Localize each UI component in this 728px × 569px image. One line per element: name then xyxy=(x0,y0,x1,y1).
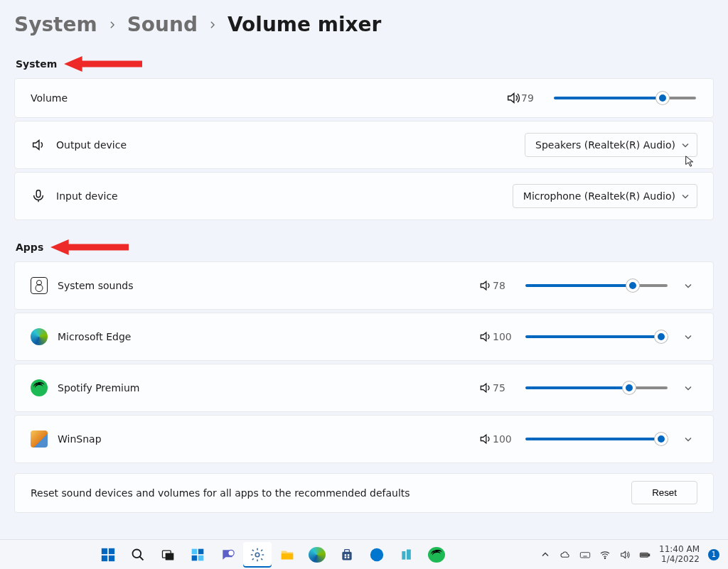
app-name-label: WinSnap xyxy=(58,433,102,445)
system-volume-slider[interactable] xyxy=(554,97,696,99)
tray-overflow-button[interactable] xyxy=(540,549,551,560)
svg-marker-2 xyxy=(50,239,129,255)
breadcrumb: System Sound Volume mixer xyxy=(14,13,714,37)
output-device-row: Output device Speakers (Realtek(R) Audio… xyxy=(14,121,714,169)
app-volume-row: WinSnap100 xyxy=(14,415,714,463)
svg-marker-0 xyxy=(64,56,142,72)
taskbar: 11:40 AM 1/4/2022 1 xyxy=(0,539,728,569)
store-button[interactable] xyxy=(333,542,361,568)
input-device-row: Input device Microphone (Realtek(R) Audi… xyxy=(14,172,714,220)
app-volume-value: 100 xyxy=(493,331,517,342)
section-heading-system: System xyxy=(16,58,57,70)
search-button[interactable] xyxy=(124,542,152,568)
app-volume-row: Microsoft Edge100 xyxy=(14,313,714,361)
start-button[interactable] xyxy=(94,542,122,568)
speaker-icon[interactable] xyxy=(478,278,493,293)
chevron-down-icon xyxy=(680,190,691,202)
keyboard-icon[interactable] xyxy=(579,549,591,560)
clock[interactable]: 11:40 AM 1/4/2022 xyxy=(659,545,700,563)
app-name-label: Microsoft Edge xyxy=(58,331,131,342)
taskview-button[interactable] xyxy=(154,542,182,568)
annotation-arrow-icon xyxy=(50,239,129,256)
svg-rect-23 xyxy=(347,556,349,558)
chat-button[interactable] xyxy=(213,542,242,568)
notification-badge[interactable]: 1 xyxy=(708,549,719,560)
svg-rect-11 xyxy=(191,548,197,554)
buildings-button[interactable] xyxy=(392,542,421,568)
output-device-label: Output device xyxy=(56,139,127,151)
app-name-label: Spotify Premium xyxy=(58,382,139,394)
systemsounds-icon xyxy=(31,277,48,294)
svg-point-24 xyxy=(370,548,382,560)
app-volume-value: 100 xyxy=(493,433,517,445)
widgets-button[interactable] xyxy=(183,542,212,568)
system-volume-label: Volume xyxy=(31,92,68,104)
app-volume-slider[interactable] xyxy=(525,335,668,338)
app-volume-value: 75 xyxy=(493,382,517,394)
edge-icon xyxy=(31,328,48,345)
winsnap-icon xyxy=(31,430,48,448)
svg-rect-27 xyxy=(580,552,589,557)
reset-row: Reset sound devices and volumes for all … xyxy=(14,473,714,513)
system-volume-value: 79 xyxy=(521,92,545,104)
svg-point-7 xyxy=(132,549,141,558)
app-volume-slider[interactable] xyxy=(525,386,668,389)
microphone-icon xyxy=(31,188,46,204)
explorer-button[interactable] xyxy=(273,542,301,568)
svg-rect-4 xyxy=(108,548,114,553)
app-volume-slider[interactable] xyxy=(525,438,668,440)
expand-button[interactable] xyxy=(679,379,697,397)
battery-icon[interactable] xyxy=(639,549,651,560)
breadcrumb-sound[interactable]: Sound xyxy=(127,13,198,37)
svg-point-33 xyxy=(604,558,605,558)
chevron-down-icon xyxy=(680,139,691,151)
speaker-icon[interactable] xyxy=(478,330,493,344)
svg-rect-6 xyxy=(108,555,114,560)
svg-point-15 xyxy=(228,550,233,556)
svg-point-16 xyxy=(255,553,259,557)
svg-rect-18 xyxy=(342,551,351,560)
svg-rect-17 xyxy=(281,553,293,559)
svg-rect-10 xyxy=(165,553,173,560)
edge-button[interactable] xyxy=(303,542,331,568)
svg-rect-22 xyxy=(344,556,346,558)
annotation-arrow-icon xyxy=(64,55,142,72)
section-heading-apps: Apps xyxy=(16,242,43,253)
breadcrumb-volume-mixer: Volume mixer xyxy=(228,13,381,37)
app-name-label: System sounds xyxy=(58,280,133,291)
onedrive-icon[interactable] xyxy=(560,549,571,560)
breadcrumb-system[interactable]: System xyxy=(14,13,97,37)
svg-rect-26 xyxy=(407,549,411,559)
svg-rect-13 xyxy=(191,555,197,560)
app-volume-slider[interactable] xyxy=(525,284,668,287)
wifi-icon[interactable] xyxy=(599,549,611,560)
svg-rect-25 xyxy=(402,551,405,560)
volume-icon[interactable] xyxy=(619,549,631,560)
speaker-icon[interactable] xyxy=(478,432,493,446)
speaker-icon[interactable] xyxy=(505,90,521,106)
app-volume-value: 78 xyxy=(493,280,517,291)
svg-rect-19 xyxy=(344,549,349,552)
chevron-right-icon xyxy=(208,20,218,30)
expand-button[interactable] xyxy=(679,430,697,448)
svg-rect-5 xyxy=(101,555,107,560)
speaker-icon xyxy=(31,137,46,153)
svg-rect-1 xyxy=(36,190,41,197)
dell-button[interactable] xyxy=(363,542,391,568)
chevron-right-icon xyxy=(107,20,117,30)
input-device-select[interactable]: Microphone (Realtek(R) Audio) xyxy=(513,184,697,208)
input-device-label: Input device xyxy=(56,190,118,202)
svg-rect-12 xyxy=(198,548,203,554)
svg-rect-14 xyxy=(198,555,203,560)
system-volume-row: Volume 79 xyxy=(14,78,714,118)
app-volume-row: System sounds78 xyxy=(14,261,714,310)
spotify-button[interactable] xyxy=(422,542,451,568)
speaker-icon[interactable] xyxy=(478,381,493,395)
expand-button[interactable] xyxy=(679,276,697,295)
settings-app-button[interactable] xyxy=(243,542,272,568)
svg-rect-20 xyxy=(344,554,346,556)
reset-button[interactable]: Reset xyxy=(631,481,697,504)
output-device-select[interactable]: Speakers (Realtek(R) Audio) xyxy=(525,133,697,157)
svg-rect-36 xyxy=(641,553,648,556)
expand-button[interactable] xyxy=(679,327,697,346)
